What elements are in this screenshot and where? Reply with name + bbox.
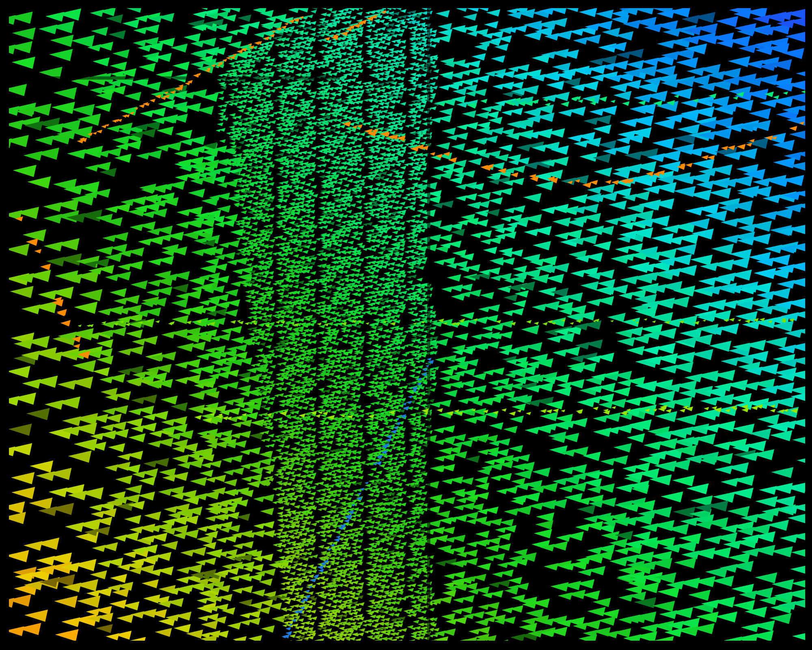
- lidar-glyph-plot: [0, 0, 812, 650]
- glyph-field-canvas: [0, 0, 812, 650]
